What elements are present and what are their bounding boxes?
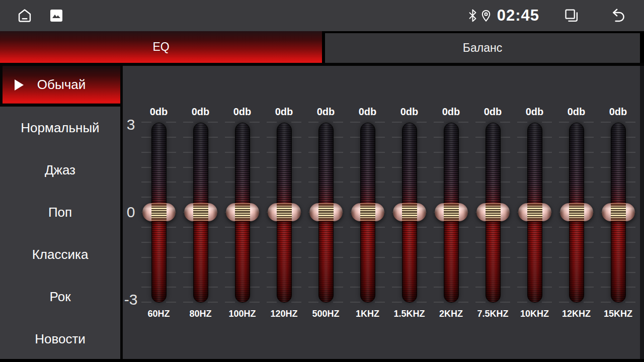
scale-label-plus3: 3 [123,116,139,134]
preset-sidebar: Обычай Нормальный Джаз Поп Классика Рок … [0,66,123,359]
preset-item-normal[interactable]: Нормальный [0,107,120,149]
preset-item-custom[interactable]: Обычай [0,66,120,104]
band-value-label: 0db [180,105,221,118]
preset-item-rock[interactable]: Рок [0,276,120,318]
band-value-label: 0db [138,105,180,118]
band-value-label: 0db [597,105,639,118]
band-slider-knob[interactable] [560,203,593,221]
band-value-label: 0db [305,105,347,118]
band-slider-knob[interactable] [393,203,426,221]
band-slider-knob[interactable] [518,203,551,221]
selected-marker-icon [15,79,24,90]
preset-item-classic[interactable]: Классика [0,233,120,276]
eq-slider-panel: 3 0 -3 0db 60HZ 0db 80HZ 0db [123,66,644,359]
preset-item-news[interactable]: Новости [0,318,120,360]
band-slider-knob[interactable] [142,203,176,221]
preset-label: Классика [32,247,89,262]
home-icon[interactable] [16,7,33,24]
band-slider-knob[interactable] [226,203,259,221]
preset-label: Новости [35,331,86,347]
tab-bar: EQ Баланс [0,31,644,66]
preset-item-pop[interactable]: Поп [0,191,120,233]
band-slider-knob[interactable] [268,203,301,221]
band-slider-knob[interactable] [602,203,635,221]
bluetooth-icon [468,9,477,22]
band-value-label: 0db [347,105,388,118]
band-value-label: 0db [221,105,263,118]
tab-eq[interactable]: EQ [0,31,322,63]
gallery-icon[interactable] [49,9,63,23]
band-value-label: 0db [388,105,430,118]
scale-label-zero: 0 [123,203,139,221]
status-bar: 02:45 [0,0,644,31]
tab-balance[interactable]: Баланс [325,33,640,63]
band-value-label: 0db [263,105,305,118]
band-slider-knob[interactable] [184,203,217,221]
clock: 02:45 [497,7,539,25]
band-value-label: 0db [514,105,555,118]
band-slider-knob[interactable] [309,203,343,221]
preset-item-jazz[interactable]: Джаз [0,149,120,191]
preset-label: Обычай [37,77,86,93]
band-value-label: 0db [472,105,514,118]
eq-band-15khz: 0db 15KHZ [597,66,639,359]
scale-label-minus3: -3 [123,291,139,309]
eq-page: Обычай Нормальный Джаз Поп Классика Рок … [0,66,644,359]
band-freq-label: 15KHZ [591,308,644,320]
eq-bands: 0db 60HZ 0db 80HZ 0db [138,66,639,359]
preset-label: Нормальный [21,120,99,136]
back-icon[interactable] [609,8,626,24]
preset-label: Рок [49,289,70,305]
preset-label: Джаз [45,162,75,178]
band-value-label: 0db [555,105,597,118]
band-value-label: 0db [430,105,472,118]
recent-apps-icon[interactable] [564,8,580,24]
location-icon [481,10,491,22]
band-slider-knob[interactable] [435,203,468,221]
band-slider-knob[interactable] [476,203,510,221]
band-slider-knob[interactable] [351,203,384,221]
preset-label: Поп [48,205,72,220]
